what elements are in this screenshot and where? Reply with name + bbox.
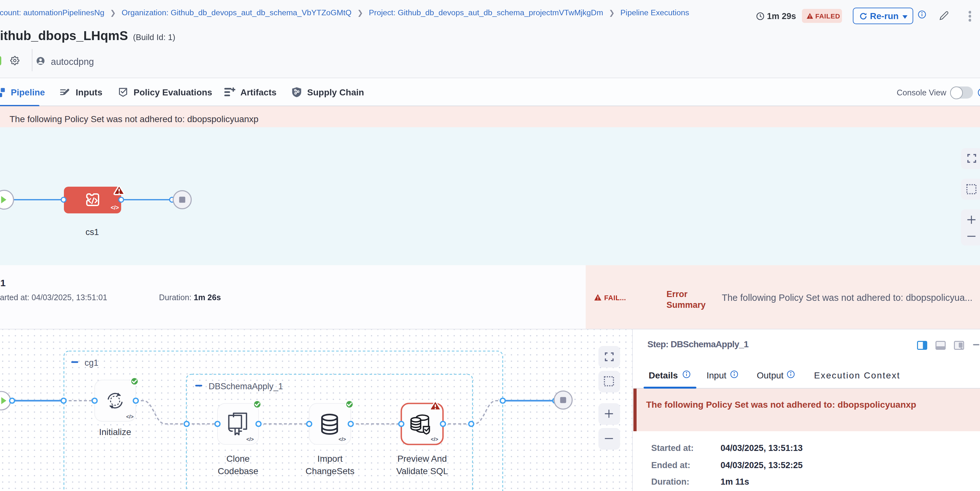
svg-text:</>: </> — [126, 414, 134, 419]
svg-text:DBSchemaApply_1: DBSchemaApply_1 — [208, 381, 283, 391]
svg-text:</>: </> — [111, 205, 119, 211]
svg-text:</>: </> — [247, 437, 254, 442]
svg-text:cs1: cs1 — [86, 227, 99, 237]
svg-text:Validate SQL: Validate SQL — [396, 466, 448, 476]
svg-text:ChangeSets: ChangeSets — [305, 466, 355, 476]
svg-text:</>: </> — [431, 437, 438, 442]
svg-text:Import: Import — [317, 454, 343, 464]
svg-text:cg1: cg1 — [84, 358, 99, 368]
svg-text:Preview And: Preview And — [398, 454, 447, 464]
svg-text:Codebase: Codebase — [218, 466, 259, 476]
svg-text:</>: </> — [339, 437, 346, 442]
svg-text:Clone: Clone — [226, 454, 250, 464]
svg-text:Initialize: Initialize — [99, 427, 131, 437]
